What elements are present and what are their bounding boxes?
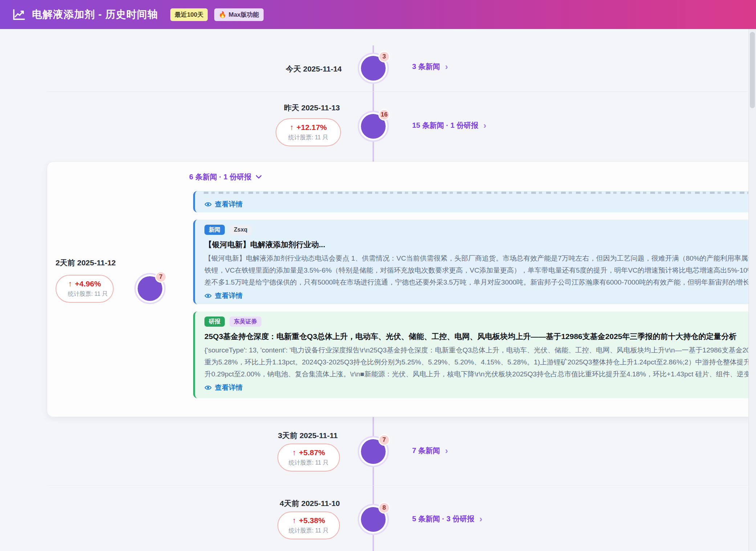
view-detail-link[interactable]: 查看详情 <box>204 383 243 392</box>
source-tag: Zsxq <box>229 225 252 235</box>
timeline-node-yesterday[interactable]: 16 <box>361 114 386 139</box>
body-line: 升0.29pct至2.00%，钠电池、复合集流体上涨。\r\n■新能源：光伏、风… <box>204 368 756 380</box>
chevron-right-icon: › <box>479 515 482 523</box>
fire-icon: 🔥 <box>219 11 226 19</box>
news-count-label: 5 条新闻 · 3 份研报 <box>412 514 474 524</box>
news-title: 【银河电新】电解液添加剂行业动... <box>204 240 756 250</box>
news-count-link-day4[interactable]: 5 条新闻 · 3 份研报 › <box>412 514 482 524</box>
change-percent: ↑+12.17% <box>281 123 335 132</box>
timeline-node-day2[interactable]: 7 <box>138 276 162 301</box>
chevron-right-icon: › <box>445 63 448 70</box>
eye-icon <box>204 201 212 207</box>
report-card[interactable]: 研报 东吴证券 25Q3基金持仓深度：电新重仓Q3总体上升，电动车、光伏、储能、… <box>193 311 756 398</box>
eye-icon <box>204 293 212 299</box>
view-detail-label: 查看详情 <box>215 291 243 301</box>
count-badge: 7 <box>378 434 390 446</box>
report-body: {'sourceType': 13, 'content': '电力设备行业深度报… <box>204 344 756 380</box>
up-arrow-icon: ↑ <box>292 516 296 525</box>
news-count-label: 15 条新闻 · 1 份研报 <box>412 121 478 130</box>
page-title: 电解液添加剂 - 历史时间轴 <box>32 8 158 21</box>
stocks-count: 统计股票: 11 只 <box>283 459 334 467</box>
eye-icon <box>204 385 212 391</box>
clipped-text <box>204 192 756 194</box>
source-tag: 东吴证券 <box>229 317 261 327</box>
chevron-down-icon <box>256 175 262 179</box>
change-pill-day2: ↑+4.96% 统计股票: 11 只 <box>56 275 114 303</box>
change-percent: ↑+5.38% <box>283 516 334 525</box>
body-line: 铁锂，VC在铁锂里面的添加量是3.5%-6%（特别是储能，对循环充放电次数要求更… <box>204 264 756 276</box>
news-count-label: 7 条新闻 <box>412 446 440 456</box>
chevron-right-icon: › <box>445 447 448 454</box>
news-count-link-yesterday[interactable]: 15 条新闻 · 1 份研报 › <box>412 121 486 130</box>
scrollbar-thumb[interactable] <box>750 32 755 108</box>
app-header: 电解液添加剂 - 历史时间轴 最近100天 🔥 Max版功能 <box>0 0 756 29</box>
row-divider <box>47 91 749 92</box>
change-pill-day3: ↑+5.87% 统计股票: 11 只 <box>277 444 340 472</box>
up-arrow-icon: ↑ <box>68 279 72 288</box>
stocks-count: 统计股票: 11 只 <box>61 290 108 298</box>
timeline-node-today[interactable]: 3 <box>361 56 386 81</box>
date-label-yesterday: 昨天 2025-11-13 <box>284 103 340 113</box>
vertical-scrollbar[interactable] <box>748 29 756 551</box>
view-detail-link[interactable]: 查看详情 <box>204 200 243 209</box>
view-detail-label: 查看详情 <box>215 200 243 209</box>
body-line: {'sourceType': 13, 'content': '电力设备行业深度报… <box>204 344 756 356</box>
tag-row: 新闻 Zsxq <box>204 225 756 235</box>
news-count-link-today[interactable]: 3 条新闻 › <box>412 62 448 72</box>
change-pill-day4: ↑+5.38% 统计股票: 11 只 <box>277 511 340 539</box>
chart-line-icon <box>12 9 25 20</box>
timeline-node-day3[interactable]: 7 <box>361 439 386 464</box>
count-badge: 3 <box>378 51 390 62</box>
change-percent: ↑+5.87% <box>283 448 334 457</box>
news-card-clipped[interactable]: 查看详情 <box>193 191 756 212</box>
panel-summary-label: 6 条新闻 · 1 份研报 <box>189 172 251 182</box>
news-body: 【银河电新】电解液添加剂行业动态电话会要点 1、供需情况：VC当前供需很紧，头部… <box>204 252 756 288</box>
body-line: 差不多1.5万吨是给宁德保供的，只有5000吨在市场进行流通，宁德也还要外采3.… <box>204 276 756 288</box>
news-count-link-day3[interactable]: 7 条新闻 › <box>412 446 448 456</box>
count-badge: 7 <box>155 271 167 283</box>
date-label-today: 今天 2025-11-14 <box>286 64 342 74</box>
chevron-right-icon: › <box>483 122 486 129</box>
body-line: 重为5.28%，环比上升1.13pct。2024Q3-2025Q3持仓比例分别为… <box>204 356 756 368</box>
view-detail-link[interactable]: 查看详情 <box>204 291 243 301</box>
row-divider <box>47 485 749 486</box>
change-pill-yesterday: ↑+12.17% 统计股票: 11 只 <box>276 118 341 146</box>
change-percent: ↑+4.96% <box>61 279 108 288</box>
page: 电解液添加剂 - 历史时间轴 最近100天 🔥 Max版功能 今天 2025-1… <box>0 0 756 551</box>
report-tag: 研报 <box>204 317 225 327</box>
report-title: 25Q3基金持仓深度：电新重仓Q3总体上升，电动车、光伏、储能、工控、电网、风电… <box>204 331 756 342</box>
panel-summary-toggle[interactable]: 6 条新闻 · 1 份研报 <box>189 172 262 182</box>
date-label-day2: 2天前 2025-11-12 <box>56 258 116 268</box>
view-detail-label: 查看详情 <box>215 383 243 392</box>
date-label-day4: 4天前 2025-11-10 <box>280 498 340 509</box>
up-arrow-icon: ↑ <box>292 448 296 457</box>
news-count-label: 3 条新闻 <box>412 62 440 72</box>
timeline-node-day4[interactable]: 8 <box>361 507 386 532</box>
count-badge: 8 <box>378 502 390 514</box>
max-feature-badge: 🔥 Max版功能 <box>214 8 263 21</box>
max-badge-label: Max版功能 <box>228 11 259 19</box>
date-label-day3: 3天前 2025-11-11 <box>278 430 338 441</box>
news-card[interactable]: 新闻 Zsxq 【银河电新】电解液添加剂行业动... 【银河电新】电解液添加剂行… <box>193 220 756 304</box>
up-arrow-icon: ↑ <box>290 123 294 131</box>
range-badge: 最近100天 <box>170 8 208 21</box>
body-line: 【银河电新】电解液添加剂行业动态电话会要点 1、供需情况：VC当前供需很紧，头部… <box>204 252 756 264</box>
news-tag: 新闻 <box>204 225 225 235</box>
count-badge: 16 <box>378 109 390 121</box>
tag-row: 研报 东吴证券 <box>204 317 756 327</box>
stocks-count: 统计股票: 11 只 <box>283 527 334 535</box>
stocks-count: 统计股票: 11 只 <box>281 134 335 142</box>
